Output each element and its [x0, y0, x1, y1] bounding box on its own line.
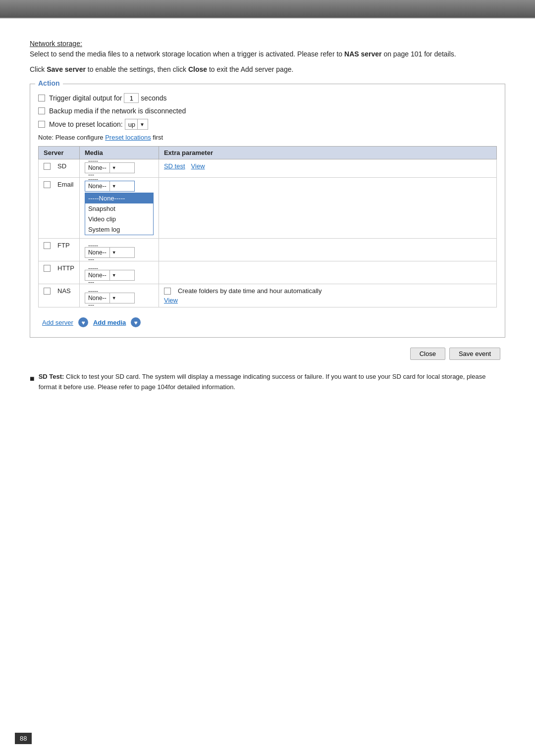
preset-locations-link[interactable]: Preset locations	[105, 134, 151, 141]
sd-dropdown-arrow[interactable]: ▼	[109, 163, 133, 173]
preset-select-value: up	[126, 121, 137, 128]
ftp-media-cell: -----None----- ▼	[79, 239, 159, 261]
click-save-server: Save server	[47, 65, 86, 73]
http-extra-cell	[159, 261, 496, 284]
media-table: Server Media Extra parameter SD	[38, 146, 497, 307]
sd-checkbox[interactable]	[44, 163, 51, 170]
trigger-row: Trigger digital output for 1 seconds	[38, 93, 497, 103]
popup-none-item[interactable]: -----None-----	[85, 193, 153, 203]
nas-dropdown-arrow[interactable]: ▼	[109, 293, 133, 303]
email-checkbox[interactable]	[44, 181, 51, 188]
sd-media-cell: -----None----- ▼	[79, 159, 159, 178]
backup-label: Backup media if the network is disconnec…	[49, 107, 186, 115]
ftp-media-value: -----None-----	[86, 242, 109, 263]
sd-test-link[interactable]: SD test	[164, 162, 185, 170]
http-label: HTTP	[57, 264, 74, 272]
bullet-icon: ■	[30, 372, 35, 393]
nas-checkbox[interactable]	[44, 288, 51, 295]
svg-text:♥: ♥	[134, 319, 138, 326]
preset-row: Move to preset location: up ▼	[38, 119, 497, 130]
trigger-label-post: seconds	[141, 94, 166, 102]
nas-media-cell: -----None----- ▼	[79, 284, 159, 307]
sd-media-wrapper: -----None----- ▼	[85, 162, 154, 174]
network-storage-title: Network storage:	[30, 40, 82, 48]
email-extra-cell	[159, 178, 496, 239]
table-row-nas: NAS -----None----- ▼ Create	[39, 284, 497, 307]
intro-text-p2: on page 101 for details.	[383, 50, 456, 58]
click-pre: Click	[30, 65, 45, 73]
nas-folders-checkbox[interactable]	[164, 288, 171, 295]
click-close: Close	[188, 65, 207, 73]
nas-view-link[interactable]: View	[164, 297, 491, 304]
add-media-button[interactable]: Add media	[93, 319, 126, 326]
ftp-server-row: FTP	[44, 242, 74, 249]
email-media-select[interactable]: -----None----- ▼	[85, 181, 135, 192]
preset-label: Move to preset location:	[49, 120, 123, 128]
popup-snapshot-item[interactable]: Snapshot	[85, 203, 153, 214]
http-checkbox[interactable]	[44, 265, 51, 272]
col-header-server: Server	[39, 147, 80, 159]
svg-text:♥: ♥	[81, 319, 85, 326]
table-row-sd: SD -----None----- ▼	[39, 159, 497, 178]
nas-extra-cell: Create folders by date time and hour aut…	[159, 284, 496, 307]
preset-checkbox[interactable]	[38, 121, 45, 128]
backup-row: Backup media if the network is disconnec…	[38, 107, 497, 115]
table-row-email: Email -----None----- ▼	[39, 178, 497, 239]
preset-dropdown-arrow[interactable]: ▼	[137, 119, 147, 129]
note-pre: Note: Please configure	[38, 134, 104, 141]
ftp-media-select[interactable]: -----None----- ▼	[85, 247, 135, 258]
bullet-note: ■ SD Test: Click to test your SD card. T…	[30, 372, 505, 393]
email-select-row: -----None----- ▼	[85, 181, 154, 192]
http-server-cell: HTTP	[39, 261, 80, 284]
ftp-checkbox[interactable]	[44, 242, 51, 249]
popup-systemlog-item[interactable]: System log	[85, 224, 153, 235]
sd-test-label: SD Test:	[39, 373, 64, 380]
click-post: to exit the Add server page.	[209, 65, 293, 73]
action-box: Action Trigger digital output for 1 seco…	[30, 84, 505, 338]
intro-bold: NAS server	[344, 50, 382, 58]
add-row: Add server ♥ Add media ♥	[38, 314, 497, 329]
nas-media-select[interactable]: -----None----- ▼	[85, 293, 135, 303]
ftp-extra-cell	[159, 239, 496, 261]
http-media-cell: -----None----- ▼	[79, 261, 159, 284]
email-dropdown-arrow[interactable]: ▼	[109, 181, 133, 191]
ftp-label: FTP	[57, 242, 70, 249]
close-button[interactable]: Close	[410, 348, 445, 360]
sd-label: SD	[57, 162, 66, 170]
note-post: first	[153, 134, 163, 141]
add-media-label: Add media	[93, 319, 126, 326]
intro-paragraph: Network storage: Select to send the medi…	[30, 39, 505, 59]
trigger-input[interactable]: 1	[124, 93, 139, 103]
http-dropdown-arrow[interactable]: ▼	[109, 270, 133, 280]
http-media-select[interactable]: -----None----- ▼	[85, 270, 135, 281]
nas-create-folders-label: Create folders by date time and hour aut…	[178, 287, 322, 295]
email-server-cell: Email	[39, 178, 80, 239]
bullet-note-text: SD Test: Click to test your SD card. The…	[39, 372, 505, 393]
col-header-extra: Extra parameter	[159, 147, 496, 159]
sd-extra-cell: SD test View	[159, 159, 496, 178]
sd-test-description: Click to test your SD card. The system w…	[39, 373, 486, 391]
email-media-wrapper: -----None----- ▼ -----None----- Snapshot…	[85, 181, 154, 235]
table-row-http: HTTP -----None----- ▼	[39, 261, 497, 284]
email-media-cell: -----None----- ▼ -----None----- Snapshot…	[79, 178, 159, 239]
save-event-button[interactable]: Save event	[449, 348, 500, 360]
nas-label: NAS	[57, 287, 71, 295]
main-content: Network storage: Select to send the medi…	[0, 19, 535, 422]
sd-media-select[interactable]: -----None----- ▼	[85, 162, 135, 173]
sd-select-row: -----None----- ▼	[85, 162, 154, 173]
add-server-button[interactable]: Add server	[42, 319, 73, 326]
backup-checkbox[interactable]	[38, 107, 45, 114]
trigger-checkbox[interactable]	[38, 95, 45, 101]
ftp-dropdown-arrow[interactable]: ▼	[109, 248, 133, 257]
sd-server-row: SD	[44, 162, 74, 170]
preset-select[interactable]: up ▼	[125, 119, 148, 130]
sd-server-cell: SD	[39, 159, 80, 178]
popup-videoclip-item[interactable]: Video clip	[85, 214, 153, 224]
top-bar	[0, 0, 535, 18]
trigger-label-pre: Trigger digital output for	[49, 94, 122, 102]
sd-links: SD test View	[164, 162, 491, 170]
sd-media-value: -----None-----	[86, 157, 109, 178]
sd-view-link[interactable]: View	[191, 162, 205, 170]
add-server-icon: ♥	[78, 317, 88, 327]
email-dropdown-popup[interactable]: -----None----- Snapshot Video clip Syste…	[85, 193, 154, 235]
